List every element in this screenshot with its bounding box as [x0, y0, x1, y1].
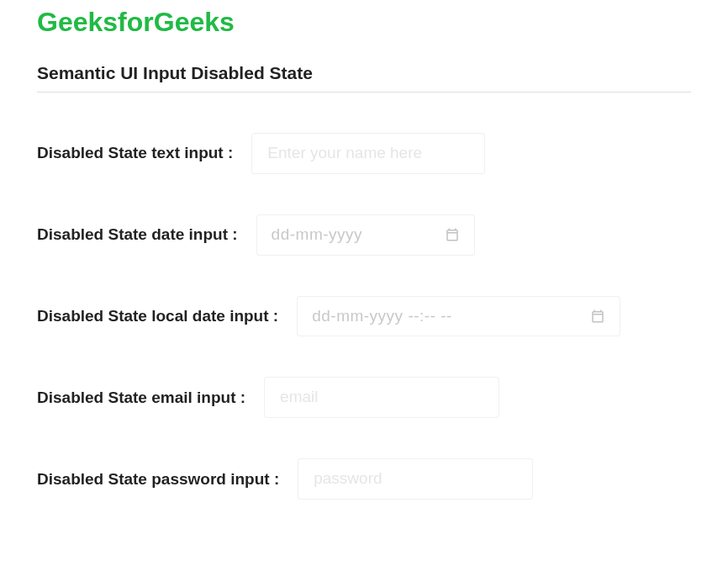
- date-input: [256, 214, 475, 256]
- email-input: [264, 377, 499, 418]
- email-input-label: Disabled State email input :: [37, 389, 245, 407]
- date-input-wrapper: dd-mm-yyyy: [256, 214, 475, 256]
- password-input: [298, 458, 533, 500]
- field-row-text: Disabled State text input :: [37, 133, 691, 174]
- email-input-wrapper: [264, 377, 499, 418]
- localdate-input: [297, 296, 620, 337]
- field-row-date: Disabled State date input : dd-mm-yyyy: [37, 214, 691, 256]
- password-input-wrapper: [298, 458, 533, 500]
- text-input: [251, 133, 485, 174]
- localdate-input-wrapper: dd-mm-yyyy --:-- --: [297, 296, 620, 337]
- field-row-localdate: Disabled State local date input : dd-mm-…: [37, 296, 691, 337]
- text-input-label: Disabled State text input :: [37, 144, 233, 162]
- divider: [37, 92, 691, 93]
- site-title: GeeksforGeeks: [37, 0, 691, 38]
- localdate-input-label: Disabled State local date input :: [37, 307, 278, 325]
- password-input-label: Disabled State password input :: [37, 470, 279, 489]
- text-input-wrapper: [251, 133, 485, 174]
- date-input-label: Disabled State date input :: [37, 225, 238, 244]
- field-row-password: Disabled State password input :: [37, 458, 691, 500]
- field-row-email: Disabled State email input :: [37, 377, 691, 418]
- page-subtitle: Semantic UI Input Disabled State: [37, 63, 691, 83]
